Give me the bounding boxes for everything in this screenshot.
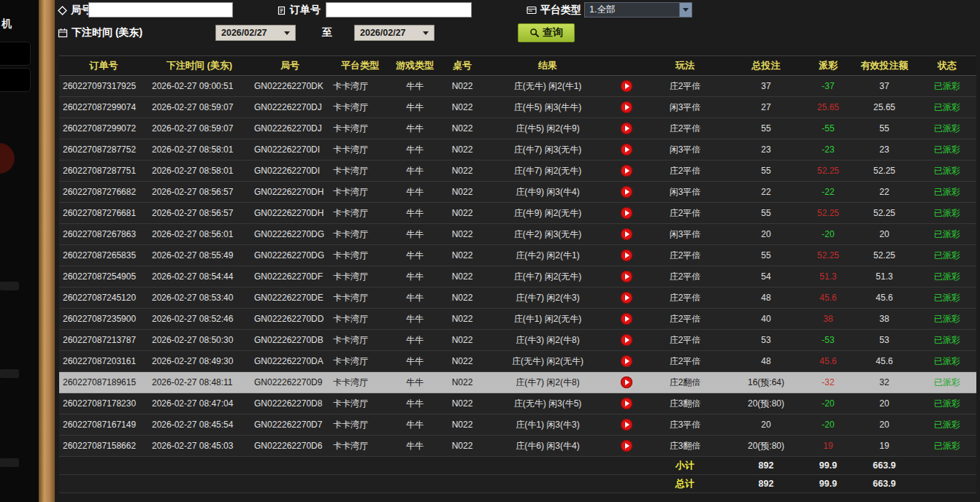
cell-time: 2026-02-27 08:58:01 — [148, 139, 250, 161]
result-video-cell — [610, 393, 643, 414]
cell-time: 2026-02-27 08:47:04 — [148, 393, 250, 414]
play-video-icon[interactable] — [621, 80, 632, 92]
play-video-icon[interactable] — [621, 398, 632, 409]
table-row[interactable]: 2602270872137872026-02-27 08:50:30GN0222… — [59, 330, 976, 351]
cell-time: 2026-02-27 08:56:01 — [148, 224, 250, 245]
table-row[interactable]: 2602270973179252026-02-27 09:00:51GN0222… — [59, 76, 976, 97]
cell-status: 已派彩 — [918, 76, 976, 97]
cell-time: 2026-02-27 08:52:46 — [148, 309, 250, 330]
result-video-cell — [610, 287, 643, 309]
result-video-cell — [610, 161, 643, 182]
cell-total_bet: 55 — [727, 245, 805, 266]
cell-time: 2026-02-27 08:54:44 — [148, 266, 250, 287]
play-video-icon[interactable] — [621, 334, 632, 346]
background-shape — [0, 369, 19, 378]
cell-payout: -32 — [805, 372, 851, 393]
cell-status: 已派彩 — [918, 309, 976, 330]
order-number-input[interactable] — [326, 2, 472, 18]
play-video-icon[interactable] — [621, 144, 632, 155]
table-row[interactable]: 2602270872766812026-02-27 08:56:57GN0222… — [59, 203, 976, 224]
table-row[interactable]: 2602270871671492026-02-27 08:45:54GN0222… — [59, 414, 976, 436]
date-from-picker[interactable]: 2026/02/27 — [215, 25, 296, 41]
platform-type-select[interactable]: 1.全部 — [584, 2, 692, 18]
records-table-wrap: 订单号下注时间 (美东)局号平台类型游戏类型桌号结果玩法总投注派彩有效投注额状态… — [59, 55, 976, 493]
play-video-icon[interactable] — [621, 123, 632, 134]
search-icon — [529, 28, 540, 38]
cell-valid_bet: 37 — [851, 76, 918, 97]
cell-game: 牛牛 — [391, 372, 439, 393]
background-shape — [0, 143, 15, 174]
result-video-cell — [610, 436, 643, 457]
cell-total_bet: 55 — [727, 161, 805, 182]
cell-play_method: 庄2平倍 — [643, 245, 727, 266]
table-row[interactable]: 2602270872658352026-02-27 08:55:49GN0222… — [59, 245, 976, 266]
cell-payout: -20 — [805, 393, 851, 414]
cell-status: 已派彩 — [918, 139, 976, 161]
play-video-icon[interactable] — [621, 228, 632, 240]
play-video-icon[interactable] — [621, 250, 632, 261]
dropdown-arrow-icon — [679, 3, 692, 17]
play-video-icon[interactable] — [621, 271, 632, 282]
cell-platform: 卡卡湾厅 — [329, 372, 391, 393]
cell-table_no: N022 — [439, 330, 486, 351]
table-row[interactable]: 2602270872990722026-02-27 08:59:07GN0222… — [59, 118, 976, 139]
play-video-icon[interactable] — [621, 292, 632, 304]
date-to-picker[interactable]: 2026/02/27 — [354, 25, 435, 41]
records-table: 订单号下注时间 (美东)局号平台类型游戏类型桌号结果玩法总投注派彩有效投注额状态… — [59, 55, 976, 493]
cell-valid_bet: 22 — [851, 182, 918, 203]
cell-table_no: N022 — [439, 266, 486, 287]
query-button[interactable]: 查询 — [518, 23, 575, 42]
cell-order: 260227087235900 — [59, 309, 148, 330]
cell-payout: -20 — [805, 414, 851, 436]
table-row[interactable]: 2602270872877522026-02-27 08:58:01GN0222… — [59, 139, 976, 161]
cell-order: 260227087287751 — [59, 161, 148, 182]
result-video-cell — [610, 266, 643, 287]
cell-payout: -37 — [805, 76, 851, 97]
order-number-label: 订单号 — [290, 4, 321, 17]
cell-status: 已派彩 — [918, 182, 976, 203]
table-row[interactable]: 2602270871586622026-02-27 08:45:03GN0222… — [59, 436, 976, 457]
table-row[interactable]: 2602270872031612026-02-27 08:49:30GN0222… — [59, 351, 976, 372]
play-video-icon[interactable] — [621, 440, 632, 452]
play-video-icon[interactable] — [621, 419, 632, 430]
play-video-icon[interactable] — [621, 376, 632, 388]
table-row[interactable]: 2602270872766822026-02-27 08:56:57GN0222… — [59, 182, 976, 203]
cell-status: 已派彩 — [918, 372, 976, 393]
cell-round: GN022262270DB — [250, 330, 329, 351]
table-row[interactable]: 2602270872990742026-02-27 08:59:07GN0222… — [59, 97, 976, 118]
round-number-input[interactable] — [88, 2, 233, 18]
play-video-icon[interactable] — [621, 355, 632, 367]
table-row[interactable]: 2602270871782302026-02-27 08:47:04GN0222… — [59, 393, 976, 414]
cell-round: GN022262270D6 — [250, 436, 329, 457]
cell-payout: 52.25 — [805, 203, 851, 224]
cell-payout: -53 — [805, 330, 851, 351]
cell-game: 牛牛 — [391, 393, 439, 414]
play-video-icon[interactable] — [621, 207, 632, 219]
cell-table_no: N022 — [439, 97, 486, 118]
play-video-icon[interactable] — [621, 165, 632, 177]
bet-time-label: 下注时间 (美东) — [72, 26, 142, 39]
background-shape — [0, 282, 19, 290]
play-video-icon[interactable] — [621, 313, 632, 325]
cell-payout: 52.25 — [805, 245, 851, 266]
column-header-play — [610, 56, 643, 76]
table-row[interactable]: 2602270872451202026-02-27 08:53:40GN0222… — [59, 287, 976, 309]
result-video-cell — [610, 139, 643, 161]
table-row[interactable]: 2602270872359002026-02-27 08:52:46GN0222… — [59, 309, 976, 330]
play-video-icon[interactable] — [621, 101, 632, 113]
column-header-4: 游戏类型 — [391, 56, 439, 76]
cell-play_method: 闲3平倍 — [643, 139, 727, 161]
play-video-icon[interactable] — [621, 186, 632, 198]
table-row[interactable]: 2602270872877512026-02-27 08:58:01GN0222… — [59, 161, 976, 182]
cell-valid_bet: 32 — [851, 372, 918, 393]
cell-round: GN022262270DE — [250, 287, 329, 309]
cell-result: 庄(无牛) 闲2(无牛) — [486, 351, 610, 372]
cell-play_method: 庄2翻倍 — [643, 372, 727, 393]
table-row[interactable]: 2602270872678632026-02-27 08:56:01GN0222… — [59, 224, 976, 245]
table-row[interactable]: 2602270871896152026-02-27 08:48:11GN0222… — [59, 372, 976, 393]
cell-result: 庄(无牛) 闲2(牛1) — [486, 76, 610, 97]
cell-round: GN022262270DG — [250, 224, 329, 245]
table-row[interactable]: 2602270872549052026-02-27 08:54:44GN0222… — [59, 266, 976, 287]
cell-game: 牛牛 — [391, 224, 439, 245]
cell-time: 2026-02-27 08:56:57 — [148, 203, 250, 224]
